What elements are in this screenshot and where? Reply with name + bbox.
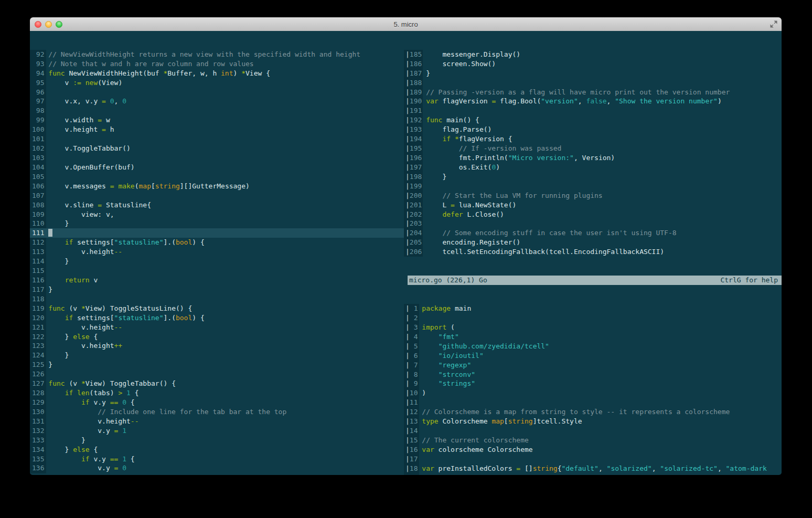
line-number: 198: [410, 173, 426, 181]
code-line: |16 var colorscheme Colorscheme: [404, 445, 782, 454]
line-number: 114: [32, 257, 48, 265]
code-line: 127 func (v *View) ToggleTabbar() {: [30, 379, 404, 388]
line-number: 2: [410, 314, 422, 322]
line-number: 206: [410, 248, 426, 256]
code-line: 98: [30, 106, 404, 115]
code-line: 109 view: v,: [30, 210, 404, 219]
line-number: 126: [32, 370, 48, 378]
split-divider-bar: |: [405, 163, 410, 171]
code-line: 113 v.height--: [30, 247, 404, 257]
code-line: | 3 import (: [404, 323, 782, 332]
line-number: 106: [32, 182, 48, 190]
line-number: 101: [32, 135, 48, 143]
line-number: 94: [32, 69, 48, 77]
line-number: 201: [410, 201, 426, 209]
pane-micro-go-code[interactable]: |185 messenger.Display()|186 screen.Show…: [404, 50, 782, 257]
code-line: 132 v.y = 1: [30, 426, 404, 436]
code-line: |195 // If -version was passed: [404, 144, 782, 153]
line-number: 12: [410, 408, 422, 416]
pane-colorscheme-go-code[interactable]: | 1 package main| 2 | 3 import (| 4 "fmt…: [404, 304, 782, 475]
titlebar[interactable]: 5. micro: [30, 17, 782, 31]
line-number: 203: [410, 219, 426, 227]
code-line: |201 L = lua.NewState(): [404, 200, 782, 210]
code-line: 128 if len(tabs) > 1 {: [30, 388, 404, 398]
code-line: 115: [30, 266, 404, 276]
code-line: 110 }: [30, 219, 404, 228]
minimize-button[interactable]: [45, 21, 52, 28]
split-divider-bar: |: [405, 116, 410, 124]
line-number: 14: [410, 427, 422, 435]
line-number: 185: [410, 50, 426, 58]
code-line: |15 // The current colorscheme: [404, 436, 782, 445]
line-number: 1: [410, 304, 422, 312]
line-number: 95: [32, 79, 48, 87]
line-number: 100: [32, 125, 48, 133]
split-divider-bar: |: [405, 192, 410, 199]
code-line: 94 func NewViewWidthHeight(buf *Buffer, …: [30, 69, 404, 78]
code-line: 95 v := new(View): [30, 78, 404, 88]
split-divider-bar: |: [405, 144, 410, 152]
split-divider-bar: |: [405, 446, 410, 453]
line-number: 117: [32, 286, 48, 293]
code-line: | 9 "strings": [404, 379, 782, 388]
statusbar-micro-go: micro.go (226,1) Go CtrlG for help: [408, 276, 782, 285]
line-number: 186: [410, 60, 426, 68]
code-line: |186 screen.Show(): [404, 59, 782, 69]
line-number: 202: [410, 210, 426, 218]
code-line: | 6 "io/ioutil": [404, 351, 782, 361]
split-divider-bar: |: [405, 229, 410, 237]
line-number: 200: [410, 192, 426, 199]
code-line: | 5 "github.com/zyedidia/tcell": [404, 342, 782, 351]
line-number: 121: [32, 323, 48, 331]
line-number: 108: [32, 201, 48, 209]
code-line: | 4 "fmt": [404, 332, 782, 342]
close-button[interactable]: [35, 21, 41, 28]
split-divider-bar: |: [405, 342, 410, 350]
code-line: |13 type Colorscheme map[string]tcell.St…: [404, 417, 782, 426]
split-divider-bar: |: [405, 210, 410, 218]
code-line: |192 func main() {: [404, 115, 782, 125]
code-line: | 2: [404, 313, 782, 323]
line-number: 105: [32, 173, 48, 181]
zoom-button[interactable]: [56, 21, 62, 28]
line-number: 13: [410, 417, 422, 425]
line-number: 112: [32, 238, 48, 246]
code-line: 92 // NewViewWidthHeight returns a new v…: [30, 50, 404, 59]
split-divider-bar: |: [405, 417, 410, 425]
code-line: 108 v.sline = Statusline{: [30, 200, 404, 210]
code-line: 99 v.width = w: [30, 115, 404, 125]
command-line[interactable]: [30, 464, 782, 475]
line-number: 122: [32, 333, 48, 341]
line-number: 134: [32, 446, 48, 453]
fullscreen-icon[interactable]: [770, 20, 777, 28]
line-number: 15: [410, 436, 422, 444]
line-number: 113: [32, 248, 48, 256]
line-number: 11: [410, 398, 422, 406]
line-number: 6: [410, 352, 422, 360]
code-line: 119 func (v *View) ToggleStatusLine() {: [30, 304, 404, 313]
line-number: 125: [32, 361, 48, 368]
line-number: 130: [32, 408, 48, 416]
line-number: 191: [410, 107, 426, 114]
code-line: 114 }: [30, 257, 404, 266]
split-divider-bar: |: [405, 238, 410, 246]
line-number: 3: [410, 323, 422, 331]
line-number: 9: [410, 379, 422, 387]
line-number: 188: [410, 79, 426, 87]
code-line: 130 // Include one line for the tab bar …: [30, 407, 404, 417]
split-divider-bar: |: [405, 323, 410, 331]
code-line: 126: [30, 369, 404, 379]
split-divider-bar: |: [405, 201, 410, 209]
code-line: 106 v.messages = make(map[string][]Gutte…: [30, 182, 404, 191]
split-divider-bar: |: [405, 50, 410, 58]
code-line: |191: [404, 106, 782, 115]
line-number: 123: [32, 342, 48, 350]
line-number: 187: [410, 69, 426, 77]
pane-view-go-code[interactable]: 92 // NewViewWidthHeight returns a new v…: [30, 50, 404, 473]
code-line: |193 flag.Parse(): [404, 125, 782, 134]
line-number: 7: [410, 361, 422, 369]
line-number: 193: [410, 125, 426, 133]
split-divider-bar: |: [405, 219, 410, 227]
code-line: 100 v.height = h: [30, 125, 404, 134]
code-line: 120 if settings["statusline"].(bool) {: [30, 313, 404, 323]
